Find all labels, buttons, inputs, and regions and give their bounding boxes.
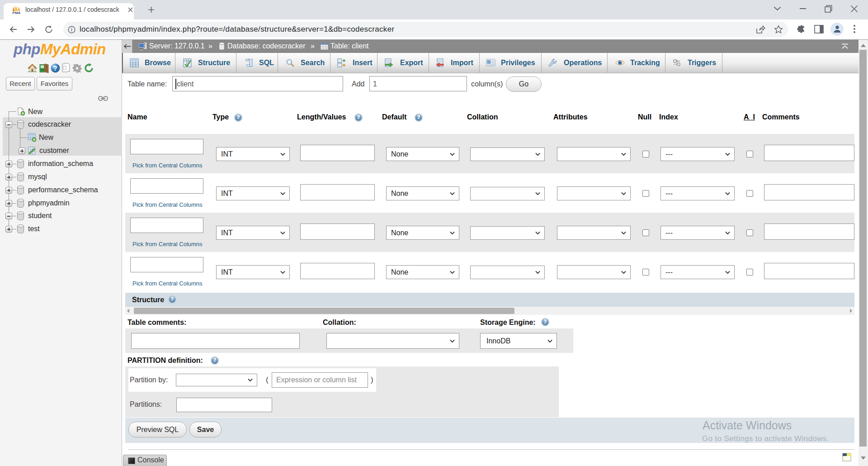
svg-text:PMA: PMA [13, 11, 21, 14]
svg-text:?: ? [53, 65, 57, 72]
